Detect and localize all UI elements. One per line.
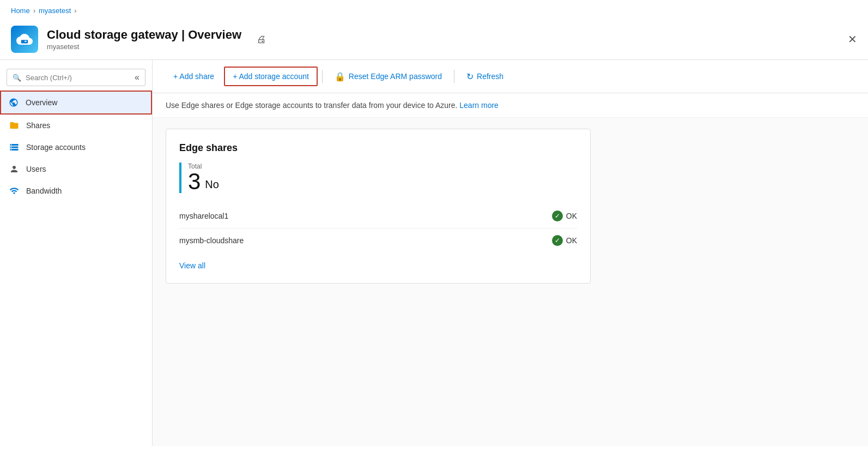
toolbar-separator-2 (454, 70, 454, 83)
add-storage-account-button[interactable]: + Add storage account (224, 67, 318, 86)
add-share-button[interactable]: + Add share (166, 68, 222, 85)
share-status-1: ✓ OK (552, 211, 577, 221)
sidebar-item-label-shares: Shares (26, 121, 50, 130)
share-list: mysharelocal1 ✓ OK mysmb-cloudshare ✓ OK (179, 204, 577, 252)
view-all-link[interactable]: View all (179, 261, 205, 270)
search-input[interactable] (26, 74, 130, 82)
reset-label: Reset Edge ARM password (349, 72, 442, 81)
lock-icon: 🔒 (335, 71, 345, 82)
service-icon (11, 26, 38, 53)
main-layout: 🔍 « Overview Shares (0, 60, 868, 446)
page-title: Cloud storage gateway | Overview (47, 28, 241, 42)
reset-arm-password-button[interactable]: 🔒 Reset Edge ARM password (327, 67, 450, 86)
sidebar: 🔍 « Overview Shares (0, 60, 153, 446)
status-label-2: OK (566, 236, 577, 245)
search-box[interactable]: 🔍 « (7, 69, 145, 86)
storage-accounts-icon (9, 142, 20, 153)
share-status-2: ✓ OK (552, 235, 577, 246)
breadcrumb: Home › myasetest › (0, 0, 868, 21)
table-row: mysharelocal1 ✓ OK (179, 204, 577, 229)
sidebar-item-overview[interactable]: Overview (0, 91, 152, 115)
status-label-1: OK (566, 212, 577, 220)
toolbar-separator (322, 70, 323, 83)
breadcrumb-sep1: › (33, 7, 35, 15)
sidebar-item-label-overview: Overview (26, 98, 57, 107)
users-icon (9, 164, 20, 175)
stats-row: Total 3 No (179, 163, 577, 193)
breadcrumb-home[interactable]: Home (11, 7, 30, 15)
card-title: Edge shares (179, 142, 577, 154)
cloud-gateway-icon (16, 31, 33, 47)
sidebar-item-bandwidth[interactable]: Bandwidth (0, 180, 152, 202)
search-icon: 🔍 (13, 74, 21, 82)
content-area: Edge shares Total 3 No mysharelocal (153, 118, 868, 294)
breadcrumb-sep2: › (74, 7, 76, 15)
share-name-1: mysharelocal1 (179, 212, 552, 220)
status-ok-icon-1: ✓ (552, 211, 563, 221)
refresh-button[interactable]: ↻ Refresh (459, 67, 511, 86)
sidebar-item-label-users: Users (26, 165, 46, 173)
shares-icon (9, 120, 20, 131)
close-button[interactable]: ✕ (848, 33, 857, 46)
description-text: Use Edge shares or Edge storage accounts… (166, 101, 457, 110)
learn-more-link[interactable]: Learn more (459, 101, 499, 110)
sidebar-item-label-storage: Storage accounts (26, 143, 86, 152)
total-count: 3 (188, 170, 201, 193)
bandwidth-icon (9, 185, 20, 196)
edge-shares-card: Edge shares Total 3 No mysharelocal (166, 129, 591, 284)
table-row: mysmb-cloudshare ✓ OK (179, 229, 577, 252)
resource-subtitle: myasetest (47, 43, 241, 51)
page-header: Cloud storage gateway | Overview myasete… (0, 21, 868, 60)
stats-info: Total 3 No (188, 163, 219, 193)
print-button[interactable]: 🖨 (257, 34, 266, 45)
header-text: Cloud storage gateway | Overview myasete… (47, 28, 241, 50)
main-content: + Add share + Add storage account 🔒 Rese… (153, 60, 868, 446)
sidebar-item-users[interactable]: Users (0, 158, 152, 180)
overview-icon (8, 97, 19, 108)
total-suffix: No (205, 178, 219, 193)
sidebar-item-storage-accounts[interactable]: Storage accounts (0, 136, 152, 158)
refresh-label: Refresh (477, 72, 503, 81)
toolbar: + Add share + Add storage account 🔒 Rese… (153, 60, 868, 93)
breadcrumb-resource[interactable]: myasetest (39, 7, 71, 15)
status-ok-icon-2: ✓ (552, 235, 563, 246)
sidebar-item-shares[interactable]: Shares (0, 115, 152, 136)
page-wrapper: Home › myasetest › Cloud storage gateway… (0, 0, 868, 457)
sidebar-item-label-bandwidth: Bandwidth (26, 187, 62, 195)
share-name-2: mysmb-cloudshare (179, 236, 552, 245)
description-bar: Use Edge shares or Edge storage accounts… (153, 93, 868, 118)
collapse-button[interactable]: « (135, 73, 139, 82)
refresh-icon: ↻ (466, 71, 474, 82)
